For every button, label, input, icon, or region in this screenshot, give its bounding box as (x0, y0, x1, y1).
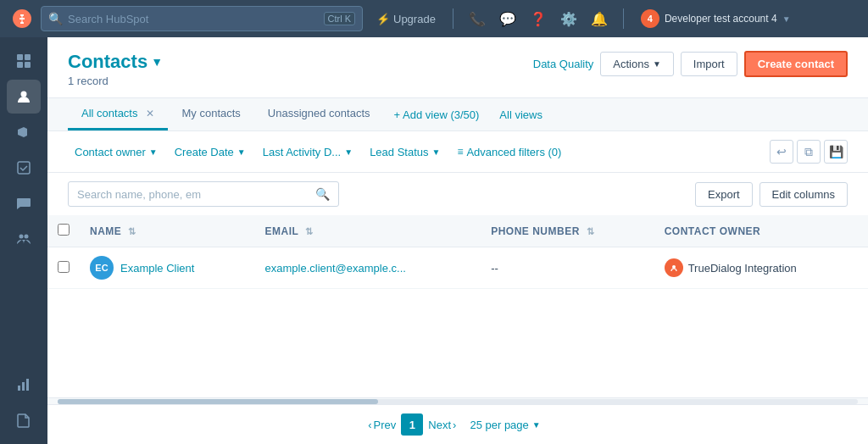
search-icon: 🔍 (48, 12, 63, 25)
contact-owner-filter[interactable]: Contact owner ▼ (68, 142, 164, 163)
add-view-button[interactable]: + Add view (3/50) (384, 100, 490, 130)
sidebar-item-files[interactable] (7, 403, 41, 437)
sidebar-item-dashboard[interactable] (7, 44, 41, 78)
account-name: Developer test account 4 (665, 13, 777, 25)
sidebar-item-marketing[interactable] (7, 115, 41, 149)
owner-container: TrueDialog Integration (665, 258, 858, 277)
settings-icon[interactable]: ⚙️ (555, 5, 582, 32)
contact-name-link[interactable]: Example Client (120, 262, 194, 275)
upgrade-button[interactable]: ⚡ Upgrade (370, 9, 442, 29)
edit-columns-button[interactable]: Edit columns (760, 182, 848, 207)
tab-all-contacts[interactable]: All contacts ✕ (68, 98, 168, 130)
svg-rect-11 (26, 379, 29, 391)
tab-my-contacts[interactable]: My contacts (168, 98, 253, 130)
prev-page-button[interactable]: ‹ Prev (368, 419, 396, 431)
actions-chevron-icon: ▼ (653, 59, 661, 69)
contact-owner-cell: TrueDialog Integration (654, 247, 868, 289)
top-navigation: 🔍 Ctrl K ⚡ Upgrade 📞 💬 ❓ ⚙️ 🔔 4 Develope… (0, 0, 868, 37)
main-content: Contacts ▼ 1 record Data Quality Actions… (47, 37, 868, 444)
contact-avatar: EC (90, 256, 114, 280)
global-search-bar[interactable]: 🔍 Ctrl K (41, 6, 363, 31)
all-views-button[interactable]: All views (489, 100, 553, 130)
current-page-number[interactable]: 1 (401, 413, 423, 436)
select-all-header[interactable] (47, 215, 80, 247)
phone-icon[interactable]: 📞 (464, 5, 491, 32)
sidebar-item-contacts[interactable] (7, 80, 41, 114)
save-icon-button[interactable]: 💾 (824, 140, 848, 164)
name-sort-icon: ⇅ (128, 226, 136, 236)
copy-icon-button[interactable]: ⧉ (797, 140, 821, 164)
row-checkbox-cell[interactable] (47, 247, 80, 289)
last-activity-filter[interactable]: Last Activity D... ▼ (256, 142, 359, 163)
chat-icon[interactable]: 💬 (494, 5, 521, 32)
select-all-checkbox[interactable] (58, 224, 70, 236)
tabs-bar: All contacts ✕ My contacts Unassigned co… (47, 98, 868, 131)
nav-divider-1 (453, 8, 453, 29)
table-search-container[interactable]: 🔍 (68, 181, 339, 207)
contacts-table-wrap: NAME ⇅ EMAIL ⇅ PHONE NUMBER ⇅ CONTACT (47, 215, 868, 397)
filters-row: Contact owner ▼ Create Date ▼ Last Activ… (47, 131, 868, 173)
name-column-header[interactable]: NAME ⇅ (80, 215, 255, 247)
nav-divider-2 (623, 8, 624, 29)
tab-unassigned-contacts[interactable]: Unassigned contacts (254, 98, 384, 130)
search-input[interactable] (68, 13, 319, 25)
advanced-filters-button[interactable]: ≡ Advanced filters (0) (450, 142, 568, 163)
notifications-icon[interactable]: 🔔 (586, 5, 613, 32)
contact-name-container: EC Example Client (90, 256, 245, 280)
phone-column-header[interactable]: PHONE NUMBER ⇅ (481, 215, 654, 247)
export-button[interactable]: Export (695, 182, 753, 207)
email-column-header[interactable]: EMAIL ⇅ (255, 215, 481, 247)
sidebar-item-tasks[interactable] (7, 151, 41, 185)
prev-chevron-icon: ‹ (368, 419, 371, 431)
svg-rect-1 (17, 54, 23, 60)
hubspot-logo[interactable] (10, 7, 34, 31)
help-icon[interactable]: ❓ (525, 5, 552, 32)
svg-point-13 (672, 265, 676, 269)
page-title[interactable]: Contacts ▼ (68, 51, 163, 73)
next-chevron-icon: › (453, 419, 456, 431)
owner-name: TrueDialog Integration (688, 262, 797, 275)
undo-icon-button[interactable]: ↩ (770, 140, 793, 164)
lead-status-filter[interactable]: Lead Status ▼ (363, 142, 447, 163)
svg-rect-2 (25, 54, 31, 60)
row-checkbox[interactable] (58, 261, 70, 273)
tab-all-contacts-close-icon[interactable]: ✕ (146, 108, 154, 119)
record-count: 1 record (68, 75, 163, 87)
per-page-selector[interactable]: 25 per page ▼ (463, 415, 547, 435)
data-quality-link[interactable]: Data Quality (533, 58, 594, 70)
contact-name-cell: EC Example Client (80, 247, 255, 289)
table-search-icon[interactable]: 🔍 (315, 187, 330, 201)
sidebar-item-conversations[interactable] (7, 186, 41, 220)
account-chevron-icon: ▼ (782, 14, 791, 24)
table-row: EC Example Client example.client@example… (47, 247, 868, 289)
svg-rect-10 (22, 382, 25, 391)
account-menu-button[interactable]: 4 Developer test account 4 ▼ (634, 6, 798, 31)
svg-rect-9 (18, 386, 20, 391)
page-actions: Data Quality Actions ▼ Import Create con… (533, 51, 848, 77)
title-dropdown-icon: ▼ (151, 55, 163, 69)
contacts-table: NAME ⇅ EMAIL ⇅ PHONE NUMBER ⇅ CONTACT (47, 215, 868, 289)
actions-button[interactable]: Actions ▼ (600, 52, 674, 76)
per-page-chevron-icon: ▼ (532, 420, 541, 430)
import-button[interactable]: Import (681, 52, 737, 76)
last-activity-chevron-icon: ▼ (344, 147, 353, 157)
svg-point-7 (19, 235, 24, 239)
account-avatar: 4 (641, 9, 659, 28)
table-row-actions: Export Edit columns (695, 182, 848, 207)
next-page-button[interactable]: Next › (428, 419, 456, 431)
contact-email-cell: example.client@example.c... (255, 247, 481, 289)
svg-rect-3 (17, 62, 23, 68)
contact-owner-chevron-icon: ▼ (149, 147, 158, 157)
scrollbar-thumb[interactable] (58, 399, 378, 404)
sidebar-item-reports[interactable] (7, 368, 41, 402)
table-search-input[interactable] (77, 188, 310, 201)
horizontal-scrollbar[interactable] (47, 397, 868, 404)
lead-status-chevron-icon: ▼ (432, 147, 441, 157)
search-shortcut: Ctrl K (324, 12, 355, 25)
sidebar-item-teams[interactable] (7, 222, 41, 256)
create-date-filter[interactable]: Create Date ▼ (168, 142, 253, 163)
create-contact-button[interactable]: Create contact (744, 51, 848, 77)
svg-point-8 (25, 235, 29, 239)
contact-email-link[interactable]: example.client@example.c... (265, 262, 406, 275)
create-date-chevron-icon: ▼ (237, 147, 246, 157)
